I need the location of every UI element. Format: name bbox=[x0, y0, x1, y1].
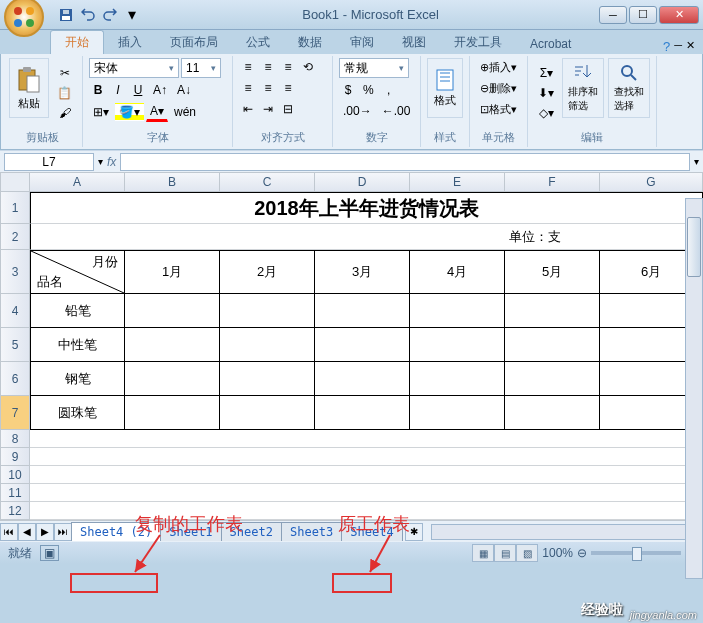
increase-decimal-icon[interactable]: .00→ bbox=[339, 102, 376, 120]
cell[interactable] bbox=[410, 362, 505, 396]
col-header[interactable]: G bbox=[600, 172, 703, 192]
cell[interactable]: 4月 bbox=[410, 250, 505, 294]
align-bottom-icon[interactable]: ≡ bbox=[279, 58, 297, 76]
cell[interactable] bbox=[30, 502, 703, 520]
close-button[interactable]: ✕ bbox=[659, 6, 699, 24]
cell[interactable] bbox=[505, 294, 600, 328]
cell[interactable] bbox=[410, 294, 505, 328]
currency-icon[interactable]: $ bbox=[339, 81, 357, 99]
tab-formula[interactable]: 公式 bbox=[232, 31, 284, 54]
fill-color-button[interactable]: 🪣▾ bbox=[115, 103, 144, 121]
phonetic-icon[interactable]: wén bbox=[170, 103, 200, 121]
redo-icon[interactable] bbox=[100, 5, 120, 25]
view-layout-icon[interactable]: ▤ bbox=[494, 544, 516, 562]
row-header[interactable]: 11 bbox=[0, 484, 30, 502]
clear-icon[interactable]: ◇▾ bbox=[534, 104, 558, 122]
cell[interactable] bbox=[315, 328, 410, 362]
cell[interactable] bbox=[315, 294, 410, 328]
decrease-decimal-icon[interactable]: ←.00 bbox=[378, 102, 415, 120]
tab-home[interactable]: 开始 bbox=[50, 30, 104, 54]
save-icon[interactable] bbox=[56, 5, 76, 25]
col-header[interactable]: F bbox=[505, 172, 600, 192]
increase-indent-icon[interactable]: ⇥ bbox=[259, 100, 277, 118]
sheet-tab-sheet1[interactable]: Sheet1 bbox=[160, 522, 221, 541]
cell[interactable] bbox=[410, 396, 505, 430]
format-cells-button[interactable]: ⊡格式▾ bbox=[476, 100, 521, 119]
copy-icon[interactable]: 📋 bbox=[53, 84, 76, 102]
tab-view[interactable]: 视图 bbox=[388, 31, 440, 54]
row-header[interactable]: 12 bbox=[0, 502, 30, 520]
merge-icon[interactable]: ⊟ bbox=[279, 100, 297, 118]
tab-layout[interactable]: 页面布局 bbox=[156, 31, 232, 54]
italic-button[interactable]: I bbox=[109, 81, 127, 99]
row-header[interactable]: 4 bbox=[0, 294, 30, 328]
cell[interactable] bbox=[220, 362, 315, 396]
formula-input[interactable] bbox=[120, 153, 690, 171]
cell[interactable]: 1月 bbox=[125, 250, 220, 294]
font-name-combo[interactable]: 宋体▾ bbox=[89, 58, 179, 78]
cell[interactable] bbox=[30, 466, 703, 484]
paste-button[interactable]: 粘贴 bbox=[9, 58, 49, 118]
undo-icon[interactable] bbox=[78, 5, 98, 25]
cell[interactable] bbox=[125, 362, 220, 396]
format-painter-icon[interactable]: 🖌 bbox=[53, 104, 76, 122]
cell[interactable] bbox=[220, 294, 315, 328]
doc-close-icon[interactable]: ✕ bbox=[686, 39, 695, 54]
bold-button[interactable]: B bbox=[89, 81, 107, 99]
cell[interactable] bbox=[505, 362, 600, 396]
align-right-icon[interactable]: ≡ bbox=[279, 79, 297, 97]
qat-dropdown-icon[interactable]: ▾ bbox=[122, 5, 142, 25]
tab-dev[interactable]: 开发工具 bbox=[440, 31, 516, 54]
cell[interactable] bbox=[30, 448, 703, 466]
cell[interactable] bbox=[315, 396, 410, 430]
sheet-nav-prev-icon[interactable]: ◀ bbox=[18, 523, 36, 541]
col-header[interactable]: C bbox=[220, 172, 315, 192]
find-select-button[interactable]: 查找和 选择 bbox=[608, 58, 650, 118]
vertical-scrollbar[interactable] bbox=[685, 198, 703, 579]
align-center-icon[interactable]: ≡ bbox=[259, 79, 277, 97]
cell[interactable] bbox=[30, 430, 703, 448]
autosum-icon[interactable]: Σ▾ bbox=[534, 64, 558, 82]
col-header[interactable]: E bbox=[410, 172, 505, 192]
row-header[interactable]: 9 bbox=[0, 448, 30, 466]
cell[interactable] bbox=[30, 224, 505, 250]
ribbon-minimize-icon[interactable]: ─ bbox=[674, 39, 682, 54]
new-sheet-icon[interactable]: ✱ bbox=[405, 523, 423, 541]
name-dropdown-icon[interactable]: ▾ bbox=[98, 156, 103, 167]
decrease-indent-icon[interactable]: ⇤ bbox=[239, 100, 257, 118]
sort-filter-button[interactable]: 排序和 筛选 bbox=[562, 58, 604, 118]
cell[interactable]: 铅笔 bbox=[30, 294, 125, 328]
fx-icon[interactable]: fx bbox=[107, 155, 116, 169]
number-format-combo[interactable]: 常规▾ bbox=[339, 58, 409, 78]
grow-font-icon[interactable]: A↑ bbox=[149, 81, 171, 99]
maximize-button[interactable]: ☐ bbox=[629, 6, 657, 24]
sheet-tab-sheet3[interactable]: Sheet3 bbox=[281, 522, 342, 541]
zoom-level[interactable]: 100% bbox=[542, 546, 573, 560]
shrink-font-icon[interactable]: A↓ bbox=[173, 81, 195, 99]
tab-acrobat[interactable]: Acrobat bbox=[516, 34, 585, 54]
cell[interactable] bbox=[315, 362, 410, 396]
sheet-nav-last-icon[interactable]: ⏭ bbox=[54, 523, 72, 541]
align-middle-icon[interactable]: ≡ bbox=[259, 58, 277, 76]
underline-button[interactable]: U bbox=[129, 81, 147, 99]
sheet-tab-sheet4-copy[interactable]: Sheet4 (2) bbox=[71, 522, 161, 541]
col-header[interactable]: A bbox=[30, 172, 125, 192]
row-header[interactable]: 1 bbox=[0, 192, 30, 224]
cell-styles-button[interactable]: 格式 bbox=[427, 58, 463, 118]
row-header[interactable]: 2 bbox=[0, 224, 30, 250]
delete-cells-button[interactable]: ⊖删除▾ bbox=[476, 79, 521, 98]
sheet-nav-first-icon[interactable]: ⏮ bbox=[0, 523, 18, 541]
cell[interactable]: 2月 bbox=[220, 250, 315, 294]
row-header[interactable]: 10 bbox=[0, 466, 30, 484]
zoom-out-icon[interactable]: ⊖ bbox=[577, 546, 587, 560]
cell[interactable] bbox=[410, 328, 505, 362]
row-header[interactable]: 3 bbox=[0, 250, 30, 294]
cell[interactable]: 5月 bbox=[505, 250, 600, 294]
col-header[interactable]: B bbox=[125, 172, 220, 192]
sheet-tab-sheet4[interactable]: Sheet4 bbox=[341, 522, 402, 541]
name-box[interactable]: L7 bbox=[4, 153, 94, 171]
cell[interactable]: 圆珠笔 bbox=[30, 396, 125, 430]
tab-data[interactable]: 数据 bbox=[284, 31, 336, 54]
cell[interactable] bbox=[125, 328, 220, 362]
select-all-corner[interactable] bbox=[0, 172, 30, 192]
